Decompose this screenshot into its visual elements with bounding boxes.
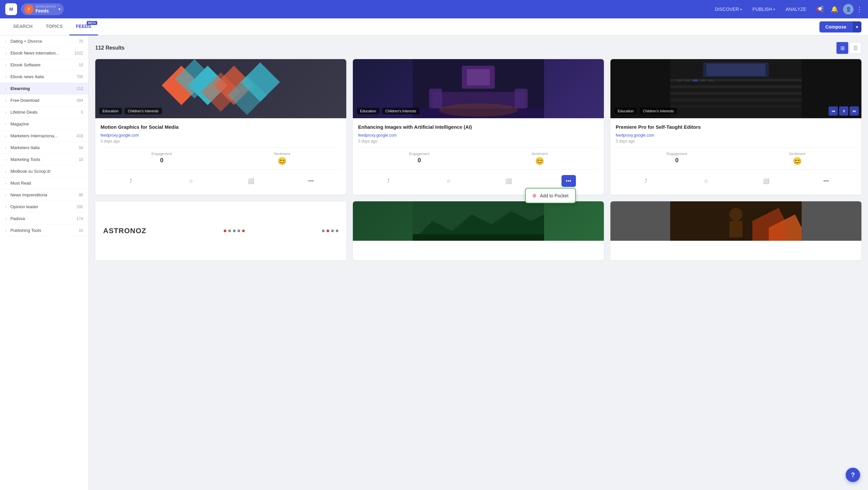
chevron-icon: › xyxy=(5,205,7,209)
compose-dropdown-button[interactable]: ▾ xyxy=(852,21,861,33)
sidebar-item-opinion-leader[interactable]: › Opinion leader 292 xyxy=(0,201,88,213)
sidebar-item-count: 10 xyxy=(79,63,83,67)
discover-chevron-icon: ▾ xyxy=(740,7,742,11)
workspace-selector[interactable]: F WORKSPACE Feeds ▾ xyxy=(21,3,64,15)
sidebar-item-label: Elearning xyxy=(10,86,74,91)
sidebar-item-count: 418 xyxy=(76,134,83,138)
play-btn[interactable]: ⏸ xyxy=(839,106,848,116)
sidebar: › Dating + Divorce 70 › Ebook News Inter… xyxy=(0,35,89,490)
share-button-1[interactable]: ⤴ xyxy=(124,175,138,187)
sidebar-item-miobook[interactable]: › MioBook su Scoop.it! xyxy=(0,166,88,177)
pocket-dropdown[interactable]: ⊕ Add to Pocket xyxy=(525,188,576,203)
list-view-button[interactable]: ☰ xyxy=(849,42,861,54)
nav-publish[interactable]: PUBLISH ▾ xyxy=(748,5,779,14)
sidebar-item-lifetime-deals[interactable]: › Lifetime Deals 5 xyxy=(0,106,88,118)
card-title-1: Motion Graphics for Social Media xyxy=(100,124,341,130)
article-card-1: Education Children's Interests Motion Gr… xyxy=(95,59,346,195)
sidebar-item-marketers-italia[interactable]: › Marketers Italia 56 xyxy=(0,142,88,154)
more-button-3[interactable]: ••• xyxy=(819,175,834,187)
dot-red xyxy=(224,230,226,232)
sidebar-item-label: Publishing Tools xyxy=(10,228,76,233)
sidebar-item-dating[interactable]: › Dating + Divorce 70 xyxy=(0,35,88,47)
sidebar-item-label: Marketers Internaziona... xyxy=(10,133,74,138)
archive-button-3[interactable]: ⬜ xyxy=(759,175,773,187)
sidebar-item-count: 70 xyxy=(79,39,83,44)
sidebar-item-count: 1022 xyxy=(74,51,83,56)
sidebar-item-free-download[interactable]: › Free Download 384 xyxy=(0,95,88,106)
card-metrics-3: Engagement 0 Sentiment 😊 xyxy=(616,148,856,170)
sidebar-item-magazine[interactable]: › Magazine xyxy=(0,118,88,130)
help-button[interactable]: ? xyxy=(846,468,860,482)
sidebar-item-count: 174 xyxy=(76,217,83,221)
sidebar-item-publishing-tools[interactable]: › Publishing Tools 10 xyxy=(0,225,88,236)
app-logo[interactable]: M xyxy=(5,3,17,15)
workspace-chevron-icon: ▾ xyxy=(59,7,60,11)
more-button-2[interactable]: ••• ⊕ Add to Pocket xyxy=(561,175,576,187)
archive-button-1[interactable]: ⬜ xyxy=(244,175,258,187)
dot-gray-6 xyxy=(336,230,338,232)
nav-discover[interactable]: DISCOVER ▾ xyxy=(711,5,746,14)
share-button-3[interactable]: ⤴ xyxy=(639,175,653,187)
tab-feeds[interactable]: FEEDS BETA xyxy=(69,19,98,35)
card-source-2: feedproxy.google.com xyxy=(358,133,598,138)
more-button-1[interactable]: ••• xyxy=(304,175,318,187)
svg-rect-33 xyxy=(730,221,743,237)
beta-badge: BETA xyxy=(87,21,97,25)
megaphone-icon[interactable]: 📢 xyxy=(814,3,826,15)
sidebar-item-ebook-news-intl[interactable]: › Ebook News Internation... 1022 xyxy=(0,47,88,59)
card-tag-education-3: Education xyxy=(614,108,637,114)
archive-button-2[interactable]: ⬜ xyxy=(501,175,516,187)
tab-search[interactable]: SEARCH xyxy=(7,19,39,35)
nav-more-icon[interactable]: ⋮ xyxy=(856,5,863,13)
astronoz-dots xyxy=(224,230,245,232)
next-btn[interactable]: ⏭ xyxy=(849,106,859,116)
card-image-2: Education Children's Interests xyxy=(353,59,604,118)
svg-rect-18 xyxy=(670,92,802,95)
star-button-2[interactable]: ☆ xyxy=(441,175,456,187)
bell-icon[interactable]: 🔔 xyxy=(829,3,840,15)
user-avatar[interactable]: 👤 xyxy=(843,4,854,14)
sidebar-item-label: Must Read xyxy=(10,181,81,186)
card-image-1: Education Children's Interests xyxy=(95,59,346,118)
nav-analyze[interactable]: ANALYZE xyxy=(782,5,810,14)
svg-rect-12 xyxy=(467,69,490,86)
sidebar-item-must-read[interactable]: › Must Read xyxy=(0,177,88,189)
card-metrics-2: Engagement 0 Sentiment 😊 xyxy=(358,148,598,170)
sidebar-item-label: Ebook news Italia xyxy=(10,74,74,79)
sidebar-item-label: Dating + Divorce xyxy=(10,39,76,44)
sidebar-item-label: Magazine xyxy=(10,122,81,126)
dot-gray-5 xyxy=(331,230,334,232)
sidebar-item-ebook-news-italia[interactable]: › Ebook news Italia 705 xyxy=(0,71,88,83)
sidebar-item-marketers-intl[interactable]: › Marketers Internaziona... 418 xyxy=(0,130,88,142)
sidebar-item-label: News Imprenditoria xyxy=(10,192,76,197)
card-metrics-1: Engagement 0 Sentiment 😊 xyxy=(100,148,341,170)
chevron-icon: › xyxy=(5,193,7,197)
star-button-3[interactable]: ☆ xyxy=(699,175,713,187)
article-card-6 xyxy=(611,201,861,260)
sidebar-item-ebook-software[interactable]: › Ebook Software 10 xyxy=(0,59,88,71)
sidebar-item-count: 56 xyxy=(79,145,83,150)
sidebar-item-label: Ebook News Internation... xyxy=(10,51,72,56)
card-actions-2: ⤴ ☆ ⬜ ••• ⊕ Add to Pocket xyxy=(358,172,598,190)
prev-btn[interactable]: ⏮ xyxy=(829,106,838,116)
sidebar-item-count: 10 xyxy=(79,157,83,162)
card-tags-2: Education Children's Interests xyxy=(357,108,420,114)
card-body-2: Enhancing Images with Artificial Intelli… xyxy=(353,118,604,195)
sidebar-item-news-imprenditoria[interactable]: › News Imprenditoria 95 xyxy=(0,189,88,201)
chevron-icon: › xyxy=(5,169,7,173)
sidebar-item-label: MioBook su Scoop.it! xyxy=(10,169,81,174)
grid-view-button[interactable]: ⊞ xyxy=(836,42,848,54)
content-area: 112 Results ⊞ ☰ xyxy=(89,35,868,490)
share-button-2[interactable]: ⤴ xyxy=(381,175,396,187)
sidebar-item-count: 384 xyxy=(76,98,83,103)
sidebar-item-padova[interactable]: › Padova 174 xyxy=(0,213,88,225)
card-time-2: 3 days ago xyxy=(358,139,598,143)
star-button-1[interactable]: ☆ xyxy=(184,175,198,187)
sidebar-item-marketing-tools[interactable]: › Marketing Tools 10 xyxy=(0,154,88,166)
engagement-label-3: Engagement xyxy=(666,152,687,156)
card-actions-3: ⤴ ☆ ⬜ ••• xyxy=(616,172,856,190)
compose-button[interactable]: Compose xyxy=(819,21,852,33)
sidebar-item-elearning[interactable]: › Elearning 112 xyxy=(0,83,88,95)
tab-topics[interactable]: TOPICS xyxy=(39,19,69,35)
chevron-icon: › xyxy=(5,51,7,55)
